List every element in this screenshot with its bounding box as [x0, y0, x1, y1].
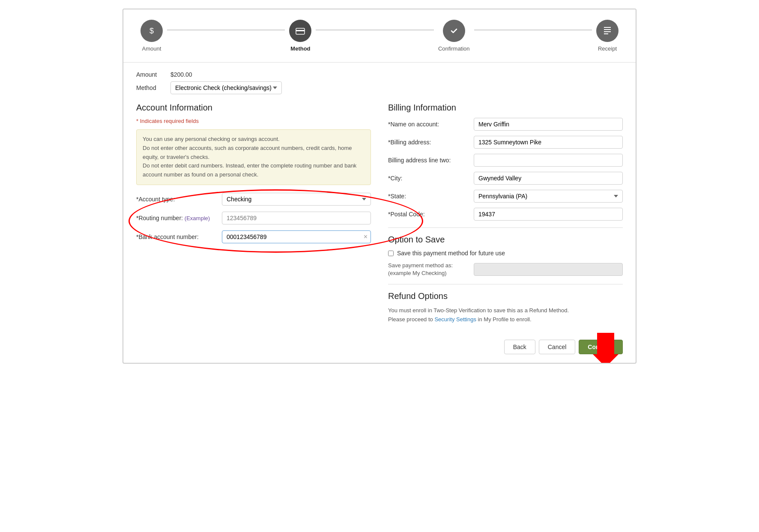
- bank-account-input-wrapper: ×: [222, 230, 371, 243]
- address-group: *Billing address:: [388, 136, 623, 149]
- method-label: Method: [136, 84, 170, 91]
- save-checkbox-group: Save this payment method for future use: [388, 250, 623, 257]
- step-confirmation: Confirmation: [438, 20, 470, 52]
- refund-options-title: Refund Options: [388, 291, 623, 301]
- name-label: *Name on account:: [388, 121, 474, 128]
- save-as-label: Save payment method as:(example My Check…: [388, 262, 474, 277]
- address-label: *Billing address:: [388, 139, 474, 146]
- save-as-row: Save payment method as:(example My Check…: [388, 262, 623, 277]
- account-type-label: *Account type:: [136, 196, 222, 203]
- svg-text:$: $: [149, 27, 154, 35]
- summary-section: Amount $200.00 Method Electronic Check (…: [136, 71, 623, 94]
- step-confirmation-icon: [443, 20, 465, 42]
- svg-rect-6: [604, 33, 608, 34]
- billing-info-section: Billing Information *Name on account: *B…: [388, 103, 623, 354]
- account-form: *Account type: Checking Savings *Routing…: [136, 193, 371, 243]
- address2-input[interactable]: [474, 154, 623, 167]
- postal-group: *Postal Code:: [388, 208, 623, 221]
- routing-number-input[interactable]: [222, 212, 371, 224]
- two-col-layout: Account Information * Indicates required…: [136, 103, 623, 354]
- required-note: * Indicates required fields: [136, 118, 371, 124]
- step-line-3: [474, 30, 592, 30]
- security-settings-link[interactable]: Security Settings: [434, 316, 476, 323]
- amount-label: Amount: [136, 71, 170, 78]
- footer-buttons: Back Cancel Continue: [388, 333, 623, 354]
- info-box: You can use any personal checking or sav…: [136, 129, 371, 185]
- bank-account-input[interactable]: [222, 230, 371, 243]
- step-method-label: Method: [290, 45, 310, 52]
- svg-rect-3: [604, 27, 611, 28]
- svg-marker-7: [593, 333, 619, 364]
- step-amount: $ Amount: [140, 20, 163, 52]
- amount-value: $200.00: [170, 71, 192, 78]
- state-select[interactable]: Pennsylvania (PA) New Jersey (NJ) New Yo…: [474, 190, 623, 203]
- account-type-group: *Account type: Checking Savings: [136, 193, 371, 206]
- refund-text-1: You must enroll in Two-Step Verification…: [388, 307, 569, 314]
- postal-input[interactable]: [474, 208, 623, 221]
- step-receipt-icon: [596, 20, 619, 42]
- save-method-checkbox-label[interactable]: Save this payment method for future use: [397, 250, 505, 257]
- footer-area: Back Cancel Continue: [388, 333, 623, 354]
- main-content: Amount $200.00 Method Electronic Check (…: [123, 63, 636, 363]
- info-text-1: You can use any personal checking or sav…: [143, 135, 365, 144]
- postal-label: *Postal Code:: [388, 211, 474, 218]
- save-as-input: [474, 263, 623, 276]
- name-input[interactable]: [474, 118, 623, 131]
- divider-1: [388, 227, 623, 228]
- account-type-select[interactable]: Checking Savings: [222, 193, 371, 206]
- account-info-section: Account Information * Indicates required…: [136, 103, 371, 354]
- account-info-title: Account Information: [136, 103, 371, 113]
- bank-account-clear-button[interactable]: ×: [364, 233, 368, 240]
- city-input[interactable]: [474, 172, 623, 185]
- address2-label: Billing address line two:: [388, 157, 474, 164]
- name-group: *Name on account:: [388, 118, 623, 131]
- city-label: *City:: [388, 175, 474, 182]
- info-text-2: Do not enter other accounts, such as cor…: [143, 144, 365, 162]
- step-confirmation-label: Confirmation: [438, 45, 470, 52]
- info-text-3: Do not enter debit card numbers. Instead…: [143, 161, 365, 179]
- progress-bar: $ Amount Method Confirmat: [123, 9, 636, 63]
- address-input[interactable]: [474, 136, 623, 149]
- save-method-checkbox[interactable]: [388, 251, 394, 256]
- address2-group: Billing address line two:: [388, 154, 623, 167]
- routing-number-label: *Routing number: (Example): [136, 215, 222, 221]
- cancel-button[interactable]: Cancel: [539, 340, 576, 354]
- method-select[interactable]: Electronic Check (checking/savings): [170, 81, 282, 94]
- city-group: *City:: [388, 172, 623, 185]
- bank-account-label: *Bank account number:: [136, 233, 222, 240]
- step-amount-icon: $: [140, 20, 163, 42]
- red-arrow-annotation: [593, 333, 619, 364]
- step-method-icon: [289, 20, 311, 42]
- billing-info-title: Billing Information: [388, 103, 623, 113]
- option-to-save-title: Option to Save: [388, 235, 623, 245]
- method-row: Method Electronic Check (checking/saving…: [136, 81, 623, 94]
- svg-rect-4: [604, 29, 611, 30]
- back-button[interactable]: Back: [504, 340, 535, 354]
- step-line-1: [167, 30, 285, 30]
- step-line-2: [316, 30, 433, 30]
- state-group: *State: Pennsylvania (PA) New Jersey (NJ…: [388, 190, 623, 203]
- state-label: *State:: [388, 193, 474, 200]
- step-receipt-label: Receipt: [598, 45, 617, 52]
- step-method: Method: [289, 20, 311, 52]
- refund-text: You must enroll in Two-Step Verification…: [388, 306, 623, 324]
- refund-text-2: Please proceed to: [388, 316, 433, 323]
- svg-rect-5: [604, 31, 611, 32]
- step-receipt: Receipt: [596, 20, 619, 52]
- svg-rect-2: [296, 30, 305, 31]
- amount-row: Amount $200.00: [136, 71, 623, 78]
- routing-number-group: *Routing number: (Example): [136, 212, 371, 224]
- refund-text-3: in My Profile to enroll.: [478, 316, 532, 323]
- divider-2: [388, 284, 623, 284]
- step-amount-label: Amount: [142, 45, 161, 52]
- bank-account-group: *Bank account number: ×: [136, 230, 371, 243]
